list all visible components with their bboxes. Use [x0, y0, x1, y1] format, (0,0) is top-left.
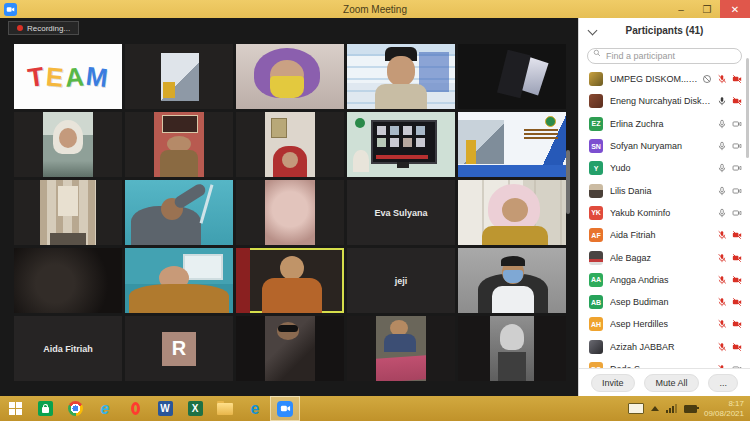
- team-letter: M: [85, 62, 110, 90]
- show-hidden-icons-button[interactable]: [651, 406, 659, 411]
- word-icon[interactable]: W: [150, 396, 180, 421]
- network-signal-icon[interactable]: [666, 404, 677, 413]
- video-tile[interactable]: [14, 248, 122, 313]
- participant-name: Lilis Dania: [610, 186, 713, 196]
- video-tile[interactable]: [347, 316, 455, 381]
- mic-muted-icon: [717, 253, 727, 263]
- video-tile[interactable]: [236, 112, 344, 177]
- touch-keyboard-icon[interactable]: [628, 403, 644, 414]
- avatar: [589, 184, 603, 198]
- chevron-down-icon[interactable]: [588, 26, 598, 36]
- video-tile[interactable]: [347, 44, 455, 109]
- video-gallery-area: Recording... T E A M: [0, 18, 578, 396]
- video-tile[interactable]: Eva Sulyana: [347, 180, 455, 245]
- participant-name: Ale Bagaz: [610, 253, 713, 263]
- participant-name: Asep Herdilles: [610, 319, 713, 329]
- video-tile[interactable]: Aida Fitriah: [14, 316, 122, 381]
- clock-date: 09/08/2021: [704, 409, 744, 419]
- video-tile[interactable]: jeji: [347, 248, 455, 313]
- participant-row[interactable]: DS Dede S: [579, 358, 750, 368]
- video-area-scrollbar[interactable]: [566, 150, 570, 214]
- video-tile[interactable]: [347, 112, 455, 177]
- orange-shirt: [262, 278, 322, 313]
- video-tile[interactable]: [14, 112, 122, 177]
- video-tile[interactable]: [458, 112, 566, 177]
- participants-title: Participants (41): [626, 25, 704, 36]
- participant-row[interactable]: Lilis Dania: [579, 179, 750, 201]
- start-button[interactable]: [0, 396, 30, 421]
- mic-muted-icon: [717, 319, 727, 329]
- building-accent: [163, 82, 175, 98]
- invite-button[interactable]: Invite: [591, 374, 635, 392]
- mute-all-button[interactable]: Mute All: [644, 374, 698, 392]
- video-tile[interactable]: R: [125, 316, 233, 381]
- participant-row[interactable]: UMPEG DISKOM... (Host, me): [579, 68, 750, 90]
- video-tile[interactable]: [125, 180, 233, 245]
- windows-store-icon[interactable]: [30, 396, 60, 421]
- excel-icon[interactable]: X: [180, 396, 210, 421]
- recording-label: Recording...: [27, 24, 70, 33]
- participant-name: Aida Fitriah: [610, 230, 713, 240]
- participant-row[interactable]: AA Angga Andrias: [579, 269, 750, 291]
- participant-name: Sofyan Nuryaman: [610, 141, 713, 151]
- zoom-taskbar-icon[interactable]: [270, 396, 300, 421]
- maximize-button[interactable]: ❐: [694, 0, 720, 18]
- minimize-button[interactable]: –: [668, 0, 694, 18]
- avatar: Y: [589, 161, 603, 175]
- edge-icon[interactable]: e: [240, 396, 270, 421]
- participant-row[interactable]: AB Asep Budiman: [579, 291, 750, 313]
- internet-explorer-icon[interactable]: e: [90, 396, 120, 421]
- banner-crane: [466, 140, 476, 164]
- participant-row[interactable]: SN Sofyan Nuryaman: [579, 135, 750, 157]
- banner-bottom-band: [458, 165, 566, 177]
- avatar: AF: [589, 228, 603, 242]
- video-tile[interactable]: [125, 248, 233, 313]
- taskbar-clock[interactable]: 8:17 09/08/2021: [704, 399, 744, 418]
- participant-row[interactable]: Azizah JABBAR: [579, 336, 750, 358]
- participant-name: Eneng Nurcahyati Diskominfo B...: [610, 96, 713, 106]
- mic-muted-icon: [717, 297, 727, 307]
- video-off-icon: [732, 297, 742, 307]
- video-on-icon: [732, 119, 742, 129]
- more-options-button[interactable]: ...: [708, 374, 738, 392]
- participant-row[interactable]: EZ Erlina Zuchra: [579, 113, 750, 135]
- video-tile[interactable]: [14, 180, 122, 245]
- video-tile[interactable]: [458, 44, 566, 109]
- letter-avatar: R: [162, 332, 196, 366]
- monitor-stand: [397, 162, 409, 168]
- face: [502, 198, 528, 222]
- participant-row[interactable]: AH Asep Herdilles: [579, 313, 750, 335]
- participants-scrollbar[interactable]: [746, 58, 749, 158]
- video-tile[interactable]: [236, 316, 344, 381]
- avatar: AH: [589, 317, 603, 331]
- battery-icon[interactable]: [684, 405, 697, 413]
- active-speaker-tile[interactable]: [236, 248, 344, 313]
- participant-row[interactable]: AF Aida Fitriah: [579, 224, 750, 246]
- opera-icon[interactable]: [120, 396, 150, 421]
- file-explorer-icon[interactable]: [210, 396, 240, 421]
- video-tile[interactable]: [125, 112, 233, 177]
- window-titlebar[interactable]: Zoom Meeting – ❐ ✕: [0, 0, 750, 18]
- search-input[interactable]: [587, 48, 742, 64]
- face: [280, 256, 304, 280]
- video-tile[interactable]: T E A M: [14, 44, 122, 109]
- close-button[interactable]: ✕: [720, 0, 750, 18]
- body-lying: [129, 284, 229, 313]
- shared-monitor: [371, 120, 437, 164]
- avatar: SN: [589, 139, 603, 153]
- video-tile[interactable]: [458, 180, 566, 245]
- participant-row[interactable]: Eneng Nurcahyati Diskominfo B...: [579, 90, 750, 112]
- video-tile[interactable]: [458, 316, 566, 381]
- video-tile[interactable]: [125, 44, 233, 109]
- banner-logo: [545, 116, 556, 127]
- video-tile[interactable]: [236, 180, 344, 245]
- video-tile[interactable]: [458, 248, 566, 313]
- chrome-icon[interactable]: [60, 396, 90, 421]
- raised-arm: [172, 182, 207, 210]
- video-tile[interactable]: [236, 44, 344, 109]
- participant-row[interactable]: Y Yudo: [579, 157, 750, 179]
- avatar: YK: [589, 206, 603, 220]
- participant-row[interactable]: YK Yakub Kominfo: [579, 202, 750, 224]
- participant-row[interactable]: Ale Bagaz: [579, 246, 750, 268]
- participants-panel: Participants (41) UMPEG DISKOM... (Host,…: [578, 18, 750, 396]
